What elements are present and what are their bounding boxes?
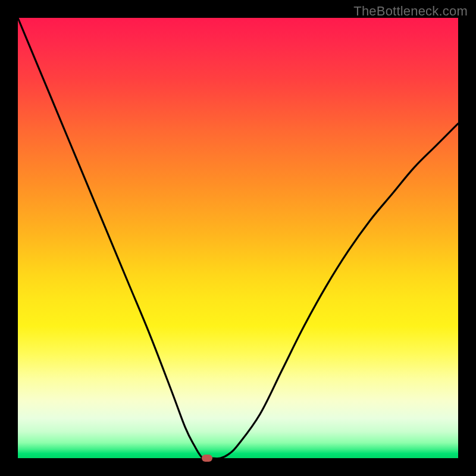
curve-svg (18, 18, 458, 458)
bottleneck-curve (18, 18, 458, 459)
plot-area (18, 18, 458, 458)
chart-frame: TheBottleneck.com (0, 0, 476, 476)
watermark-text: TheBottleneck.com (353, 4, 468, 19)
optimal-marker (202, 455, 212, 462)
